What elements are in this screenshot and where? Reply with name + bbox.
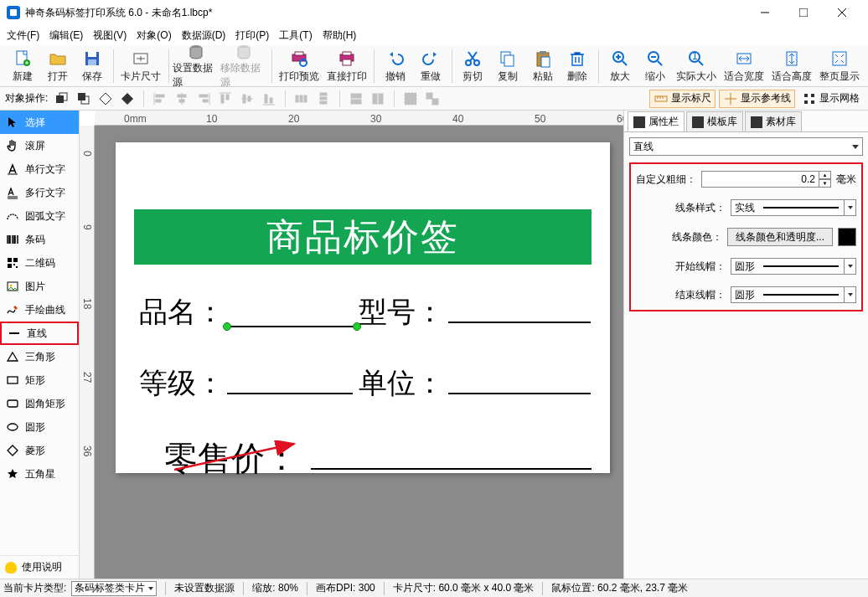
spin-down[interactable]: ▼ — [819, 179, 831, 188]
grade-underline[interactable] — [227, 393, 353, 394]
rmds-button[interactable]: 移除数据源 — [220, 47, 268, 85]
paste-button[interactable]: 粘贴 — [525, 47, 561, 85]
menu-help[interactable]: 帮助(H) — [323, 28, 357, 43]
horizontal-ruler[interactable]: 0mm102030405060 — [95, 111, 623, 126]
field-model-label[interactable]: 型号： — [359, 293, 444, 332]
tool-text[interactable]: 单行文字 — [0, 157, 79, 181]
spin-up[interactable]: ▲ — [819, 171, 831, 179]
save-button[interactable]: 保存 — [75, 47, 110, 85]
svg-rect-92 — [8, 400, 18, 407]
tab-templates[interactable]: 模板库 — [686, 111, 743, 131]
svg-rect-2 — [799, 8, 808, 17]
svg-rect-84 — [13, 258, 18, 262]
tool-rrect[interactable]: 圆角矩形 — [0, 392, 79, 415]
line-handle-start[interactable] — [223, 322, 231, 331]
line-style-select[interactable]: 实线 — [731, 199, 856, 216]
tool-star[interactable]: 五角星 — [0, 462, 79, 486]
copy-button[interactable]: 复制 — [490, 47, 525, 85]
model-underline[interactable] — [448, 322, 591, 323]
window-title: 神奇条码标签打印系统 6.0 - 未命名1.lbcp* — [25, 6, 746, 20]
maximize-button[interactable] — [784, 0, 823, 25]
canvas[interactable]: 商品标价签 品名： 型号： 等级： 单位： 零售价： — [95, 126, 623, 579]
line-color-button[interactable]: 线条颜色和透明度... — [727, 228, 833, 246]
vertical-ruler[interactable]: 09182736 — [80, 126, 95, 579]
minimize-button[interactable] — [746, 0, 784, 25]
zoomout-button[interactable]: 缩小 — [638, 47, 673, 85]
tool-freehand[interactable]: 手绘曲线 — [0, 298, 79, 322]
status-size: 卡片尺寸: 60.0 毫米 x 40.0 毫米 — [393, 581, 535, 595]
label-page[interactable]: 商品标价签 品名： 型号： 等级： 单位： 零售价： — [116, 142, 610, 473]
field-name-label[interactable]: 品名： — [139, 293, 225, 332]
send-back-icon[interactable] — [118, 90, 137, 108]
bring-front-icon[interactable] — [53, 90, 71, 108]
tab-properties[interactable]: 属性栏 — [628, 111, 685, 131]
tool-barcode[interactable]: 条码 — [0, 228, 79, 251]
field-price-label[interactable]: 零售价： — [164, 435, 298, 481]
help-button[interactable]: 使用说明 — [0, 555, 79, 579]
tool-mtext[interactable]: 多行文字 — [0, 181, 79, 204]
tool-diamond[interactable]: 菱形 — [0, 439, 79, 462]
tool-arctext[interactable]: 圆弧文字 — [0, 204, 79, 228]
menu-tools[interactable]: 工具(T) — [279, 28, 312, 43]
end-cap-select[interactable]: 圆形 — [731, 286, 856, 303]
price-underline[interactable] — [311, 468, 592, 470]
setds-button[interactable]: 设置数据源 — [173, 47, 220, 85]
menu-print[interactable]: 打印(P) — [235, 28, 269, 43]
field-grade-label[interactable]: 等级： — [139, 364, 225, 403]
new-button[interactable]: 新建 — [5, 47, 40, 85]
object-type-select[interactable]: 直线 — [629, 137, 863, 156]
tab-materials[interactable]: 素材库 — [745, 111, 802, 131]
align-left-icon — [151, 90, 169, 108]
line-handle-end[interactable] — [353, 322, 361, 331]
align-right-icon — [194, 90, 213, 108]
zoomin-button[interactable]: 放大 — [602, 47, 638, 85]
send-backward-icon[interactable] — [96, 90, 115, 108]
print-button[interactable]: 直接打印 — [323, 47, 370, 85]
preview-button[interactable]: 打印预览 — [276, 47, 323, 85]
titlebar: 神奇条码标签打印系统 6.0 - 未命名1.lbcp* — [0, 0, 868, 25]
fitpage-button[interactable]: 整页显示 — [815, 47, 863, 85]
tool-rect[interactable]: 矩形 — [0, 368, 79, 392]
setds-icon — [187, 43, 205, 61]
toggle-grid[interactable]: 显示网格 — [798, 90, 863, 108]
redo-button[interactable]: 重做 — [413, 47, 448, 85]
selected-line[interactable] — [227, 326, 357, 327]
undo-button[interactable]: 撤销 — [378, 47, 413, 85]
tool-pan[interactable]: 滚屏 — [0, 134, 79, 157]
color-swatch[interactable] — [838, 228, 856, 246]
start-cap-select[interactable]: 圆形 — [731, 258, 856, 275]
toggle-guides[interactable]: 显示参考线 — [719, 90, 795, 108]
fith-button[interactable]: 适合高度 — [767, 47, 815, 85]
tool-image[interactable]: 图片 — [0, 275, 79, 298]
del-button[interactable]: 删除 — [561, 47, 596, 85]
menu-object[interactable]: 对象(O) — [137, 28, 171, 43]
tool-qr[interactable]: 二维码 — [0, 251, 79, 275]
cardsize-button[interactable]: 卡片尺寸 — [117, 47, 165, 85]
close-button[interactable] — [823, 0, 861, 25]
fitw-button[interactable]: 适合宽度 — [720, 47, 767, 85]
thickness-input[interactable]: 0.2 ▲▼ — [701, 171, 831, 188]
cut-button[interactable]: 剪切 — [456, 47, 491, 85]
field-unit-label[interactable]: 单位： — [359, 364, 444, 403]
menu-file[interactable]: 文件(F) — [7, 28, 39, 43]
tool-select[interactable]: 选择 — [0, 111, 79, 134]
menu-view[interactable]: 视图(V) — [93, 28, 127, 43]
group-icon — [401, 90, 420, 108]
label-title-bar[interactable]: 商品标价签 — [134, 209, 592, 265]
unit-underline[interactable] — [448, 393, 591, 394]
bring-forward-icon[interactable] — [75, 90, 93, 108]
tool-ellipse[interactable]: 圆形 — [0, 415, 79, 439]
toggle-ruler[interactable]: 显示标尺 — [649, 90, 716, 108]
z100-button[interactable]: 1实际大小 — [673, 47, 721, 85]
tool-tri[interactable]: 三角形 — [0, 345, 79, 368]
cardtype-select[interactable]: 条码标签类卡片 — [71, 581, 157, 596]
open-button[interactable]: 打开 — [40, 47, 75, 85]
menu-datasource[interactable]: 数据源(D) — [182, 28, 226, 43]
pan-icon — [5, 138, 20, 153]
menu-edit[interactable]: 编辑(E) — [49, 28, 83, 43]
thickness-label: 自定义粗细： — [636, 172, 696, 187]
svg-rect-70 — [655, 96, 667, 101]
dist-v-icon — [314, 90, 333, 108]
zoomin-icon — [611, 48, 629, 69]
tool-line[interactable]: 直线 — [0, 322, 79, 345]
